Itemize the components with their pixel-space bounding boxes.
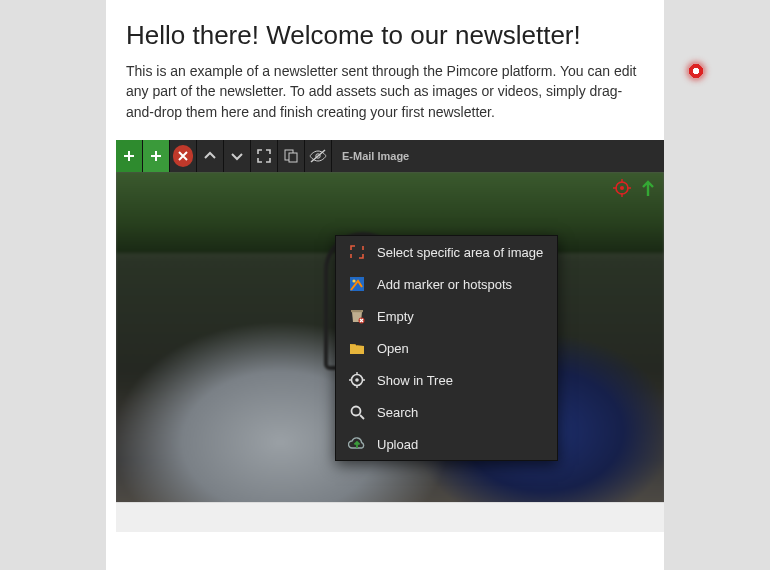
menu-show-in-tree[interactable]: Show in Tree xyxy=(336,364,557,396)
eye-off-icon xyxy=(309,149,327,163)
menu-search[interactable]: Search xyxy=(336,396,557,428)
plus-icon xyxy=(150,150,162,162)
chevron-up-icon xyxy=(204,151,216,161)
menu-item-label: Show in Tree xyxy=(377,373,453,388)
chevron-down-icon xyxy=(231,151,243,161)
newsletter-editor-page: Hello there! Welcome to our newsletter! … xyxy=(106,0,664,570)
intro-text: This is an example of a newsletter sent … xyxy=(126,61,644,122)
svg-rect-7 xyxy=(351,310,363,312)
editor-toolbar: E-Mail Image xyxy=(116,140,664,172)
image-bottom-bar xyxy=(116,502,664,532)
arrow-up-icon xyxy=(640,179,656,197)
menu-item-label: Select specific area of image xyxy=(377,245,543,260)
menu-item-label: Empty xyxy=(377,309,414,324)
image-context-menu: Select specific area of image Add marker… xyxy=(335,235,558,461)
menu-empty[interactable]: Empty xyxy=(336,300,557,332)
marker-icon xyxy=(348,275,366,293)
svg-point-10 xyxy=(355,378,359,382)
focus-indicator-icon xyxy=(687,62,705,80)
block-type-label: E-Mail Image xyxy=(342,150,409,162)
folder-icon xyxy=(348,339,366,357)
image-corner-controls xyxy=(612,178,658,198)
delete-block-button[interactable] xyxy=(173,145,193,167)
x-icon xyxy=(178,151,188,161)
visibility-button[interactable] xyxy=(305,140,332,172)
menu-item-label: Upload xyxy=(377,437,418,452)
add-block-after-button[interactable] xyxy=(143,140,170,172)
menu-open[interactable]: Open xyxy=(336,332,557,364)
fullscreen-button[interactable] xyxy=(251,140,278,172)
page-title: Hello there! Welcome to our newsletter! xyxy=(126,20,644,51)
svg-point-6 xyxy=(352,279,355,282)
trash-icon xyxy=(348,307,366,325)
expand-icon xyxy=(257,149,271,163)
plus-icon xyxy=(123,150,135,162)
menu-item-label: Search xyxy=(377,405,418,420)
svg-point-11 xyxy=(352,407,361,416)
move-down-button[interactable] xyxy=(224,140,251,172)
locate-icon xyxy=(348,371,366,389)
add-block-before-button[interactable] xyxy=(116,140,143,172)
search-icon xyxy=(348,403,366,421)
svg-rect-1 xyxy=(289,153,297,162)
upload-icon xyxy=(348,435,366,453)
move-up-button[interactable] xyxy=(197,140,224,172)
menu-item-label: Add marker or hotspots xyxy=(377,277,512,292)
menu-select-area[interactable]: Select specific area of image xyxy=(336,236,557,268)
copy-button[interactable] xyxy=(278,140,305,172)
delete-block-button-wrap xyxy=(170,140,197,172)
svg-point-4 xyxy=(620,186,624,190)
target-icon xyxy=(613,179,631,197)
menu-item-label: Open xyxy=(377,341,409,356)
menu-upload[interactable]: Upload xyxy=(336,428,557,460)
copy-icon xyxy=(284,149,298,163)
crop-icon xyxy=(348,243,366,261)
hotspot-indicator-button[interactable] xyxy=(612,178,632,198)
upload-arrow-button[interactable] xyxy=(638,178,658,198)
menu-add-marker[interactable]: Add marker or hotspots xyxy=(336,268,557,300)
